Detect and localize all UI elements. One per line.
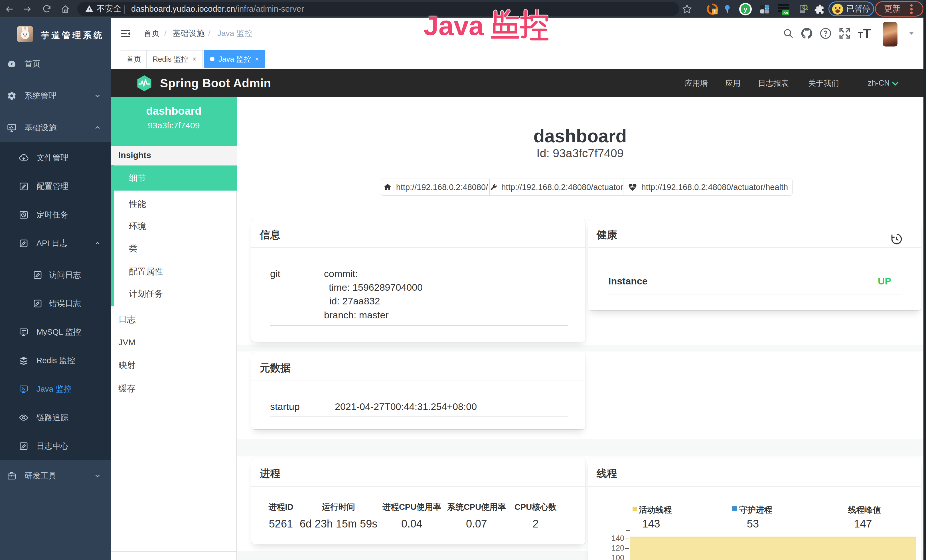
svg-text:1: 1 xyxy=(714,9,716,14)
svg-text:on: on xyxy=(784,11,788,15)
svg-text:y: y xyxy=(744,5,747,13)
